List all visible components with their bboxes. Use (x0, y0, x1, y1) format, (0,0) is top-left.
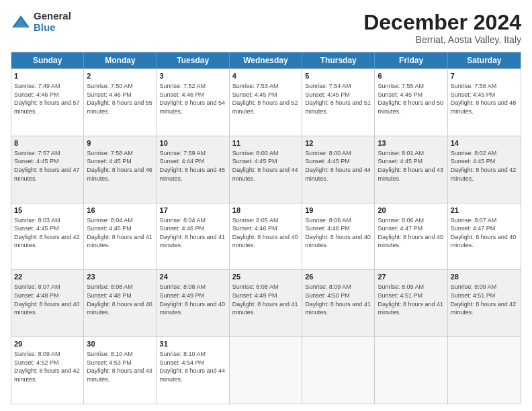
title-block: December 2024 Berriat, Aosta Valley, Ita… (363, 11, 521, 45)
cell-dec-29: 29 Sunrise: 8:09 AM Sunset: 4:52 PM Dayl… (11, 337, 84, 404)
cell-dec-12: 12 Sunrise: 8:00 AM Sunset: 4:45 PM Dayl… (302, 136, 375, 203)
day-number: 13 (378, 138, 444, 148)
cell-info: Sunrise: 8:09 AM Sunset: 4:50 PM Dayligh… (305, 283, 371, 316)
day-number: 25 (232, 272, 299, 282)
cell-info: Sunrise: 8:10 AM Sunset: 4:53 PM Dayligh… (87, 350, 153, 383)
day-number: 20 (378, 205, 444, 216)
cell-info: Sunrise: 7:55 AM Sunset: 4:45 PM Dayligh… (378, 82, 444, 116)
day-number: 28 (451, 272, 518, 282)
cell-dec-11: 11 Sunrise: 8:00 AM Sunset: 4:45 PM Dayl… (230, 136, 302, 203)
day-number: 18 (232, 205, 299, 216)
day-number: 23 (87, 272, 153, 282)
day-number: 21 (451, 205, 518, 216)
day-number: 1 (14, 71, 81, 81)
cell-dec-13: 13 Sunrise: 8:01 AM Sunset: 4:45 PM Dayl… (375, 136, 447, 203)
day-number: 22 (14, 272, 81, 282)
logo-blue-text: Blue (34, 22, 71, 34)
day-number: 10 (160, 138, 226, 148)
calendar-body: 1 Sunrise: 7:49 AM Sunset: 4:46 PM Dayli… (11, 68, 521, 404)
day-number: 29 (14, 339, 81, 349)
day-number: 24 (160, 272, 226, 282)
cell-info: Sunrise: 8:03 AM Sunset: 4:45 PM Dayligh… (14, 216, 81, 250)
cell-info: Sunrise: 8:06 AM Sunset: 4:46 PM Dayligh… (305, 216, 371, 250)
cell-info: Sunrise: 8:00 AM Sunset: 4:45 PM Dayligh… (232, 149, 299, 183)
day-number: 16 (87, 205, 153, 216)
cell-info: Sunrise: 7:56 AM Sunset: 4:45 PM Dayligh… (451, 82, 518, 116)
cell-empty-3 (375, 337, 447, 404)
cell-info: Sunrise: 8:08 AM Sunset: 4:49 PM Dayligh… (160, 283, 226, 316)
cell-dec-6: 6 Sunrise: 7:55 AM Sunset: 4:45 PM Dayli… (375, 69, 447, 136)
header: General Blue December 2024 Berriat, Aost… (11, 11, 521, 45)
cell-info: Sunrise: 8:08 AM Sunset: 4:49 PM Dayligh… (232, 283, 299, 316)
cell-dec-18: 18 Sunrise: 8:05 AM Sunset: 4:46 PM Dayl… (230, 203, 302, 270)
day-number: 2 (87, 71, 153, 81)
day-number: 15 (14, 205, 81, 216)
header-wednesday: Wednesday (230, 52, 302, 68)
logo-icon (11, 14, 31, 30)
day-number: 19 (305, 205, 371, 216)
day-number: 9 (87, 138, 153, 148)
cell-dec-2: 2 Sunrise: 7:50 AM Sunset: 4:46 PM Dayli… (84, 69, 157, 136)
header-saturday: Saturday (448, 52, 521, 68)
day-number: 30 (87, 339, 153, 349)
day-number: 4 (232, 71, 299, 81)
cell-dec-21: 21 Sunrise: 8:07 AM Sunset: 4:47 PM Dayl… (448, 203, 521, 270)
logo-general-text: General (34, 11, 71, 22)
day-number: 12 (305, 138, 371, 148)
cell-info: Sunrise: 7:50 AM Sunset: 4:46 PM Dayligh… (87, 82, 153, 116)
cell-empty-2 (302, 337, 375, 404)
cell-dec-27: 27 Sunrise: 8:09 AM Sunset: 4:51 PM Dayl… (375, 270, 447, 336)
cell-dec-31: 31 Sunrise: 8:10 AM Sunset: 4:54 PM Dayl… (157, 337, 230, 404)
location: Berriat, Aosta Valley, Italy (363, 34, 521, 45)
cell-dec-26: 26 Sunrise: 8:09 AM Sunset: 4:50 PM Dayl… (302, 270, 375, 336)
day-number: 5 (305, 71, 371, 81)
cell-dec-20: 20 Sunrise: 8:06 AM Sunset: 4:47 PM Dayl… (375, 203, 447, 270)
cell-dec-8: 8 Sunrise: 7:57 AM Sunset: 4:45 PM Dayli… (11, 136, 84, 203)
cell-dec-10: 10 Sunrise: 7:59 AM Sunset: 4:44 PM Dayl… (157, 136, 230, 203)
cell-info: Sunrise: 7:49 AM Sunset: 4:46 PM Dayligh… (14, 82, 81, 116)
day-number: 27 (378, 272, 444, 282)
cell-dec-22: 22 Sunrise: 8:07 AM Sunset: 4:48 PM Dayl… (11, 270, 84, 336)
cell-dec-23: 23 Sunrise: 8:08 AM Sunset: 4:48 PM Dayl… (84, 270, 157, 336)
cell-dec-16: 16 Sunrise: 8:04 AM Sunset: 4:45 PM Dayl… (84, 203, 157, 270)
header-friday: Friday (375, 52, 447, 68)
logo-text: General Blue (34, 11, 71, 33)
week-row-3: 15 Sunrise: 8:03 AM Sunset: 4:45 PM Dayl… (11, 203, 521, 270)
cell-info: Sunrise: 8:01 AM Sunset: 4:45 PM Dayligh… (378, 149, 444, 183)
cell-info: Sunrise: 8:05 AM Sunset: 4:46 PM Dayligh… (232, 216, 299, 250)
cell-info: Sunrise: 8:09 AM Sunset: 4:52 PM Dayligh… (14, 350, 81, 383)
cell-info: Sunrise: 7:59 AM Sunset: 4:44 PM Dayligh… (160, 149, 226, 183)
cell-info: Sunrise: 7:53 AM Sunset: 4:45 PM Dayligh… (232, 82, 299, 116)
day-number: 11 (232, 138, 299, 148)
cell-dec-15: 15 Sunrise: 8:03 AM Sunset: 4:45 PM Dayl… (11, 203, 84, 270)
day-number: 7 (451, 71, 518, 81)
header-sunday: Sunday (11, 52, 84, 68)
cell-empty-4 (448, 337, 521, 404)
cell-info: Sunrise: 8:07 AM Sunset: 4:47 PM Dayligh… (451, 216, 518, 250)
day-number: 8 (14, 138, 81, 148)
cell-dec-1: 1 Sunrise: 7:49 AM Sunset: 4:46 PM Dayli… (11, 69, 84, 136)
cell-info: Sunrise: 8:10 AM Sunset: 4:54 PM Dayligh… (160, 350, 226, 383)
calendar-header: Sunday Monday Tuesday Wednesday Thursday… (11, 52, 521, 68)
cell-dec-30: 30 Sunrise: 8:10 AM Sunset: 4:53 PM Dayl… (84, 337, 157, 404)
cell-dec-17: 17 Sunrise: 8:04 AM Sunset: 4:46 PM Dayl… (157, 203, 230, 270)
month-year: December 2024 (363, 11, 521, 34)
cell-info: Sunrise: 7:52 AM Sunset: 4:46 PM Dayligh… (160, 82, 226, 116)
calendar: Sunday Monday Tuesday Wednesday Thursday… (11, 52, 521, 404)
week-row-2: 8 Sunrise: 7:57 AM Sunset: 4:45 PM Dayli… (11, 136, 521, 203)
day-number: 17 (160, 205, 226, 216)
cell-dec-4: 4 Sunrise: 7:53 AM Sunset: 4:45 PM Dayli… (230, 69, 302, 136)
cell-info: Sunrise: 7:57 AM Sunset: 4:45 PM Dayligh… (14, 149, 81, 183)
page: General Blue December 2024 Berriat, Aost… (0, 0, 532, 411)
cell-dec-19: 19 Sunrise: 8:06 AM Sunset: 4:46 PM Dayl… (302, 203, 375, 270)
cell-dec-3: 3 Sunrise: 7:52 AM Sunset: 4:46 PM Dayli… (157, 69, 230, 136)
cell-empty-1 (230, 337, 302, 404)
cell-info: Sunrise: 8:07 AM Sunset: 4:48 PM Dayligh… (14, 283, 81, 316)
cell-dec-9: 9 Sunrise: 7:58 AM Sunset: 4:45 PM Dayli… (84, 136, 157, 203)
day-number: 3 (160, 71, 226, 81)
header-monday: Monday (84, 52, 157, 68)
header-thursday: Thursday (302, 52, 375, 68)
cell-dec-25: 25 Sunrise: 8:08 AM Sunset: 4:49 PM Dayl… (230, 270, 302, 336)
cell-dec-24: 24 Sunrise: 8:08 AM Sunset: 4:49 PM Dayl… (157, 270, 230, 336)
cell-dec-14: 14 Sunrise: 8:02 AM Sunset: 4:45 PM Dayl… (448, 136, 521, 203)
